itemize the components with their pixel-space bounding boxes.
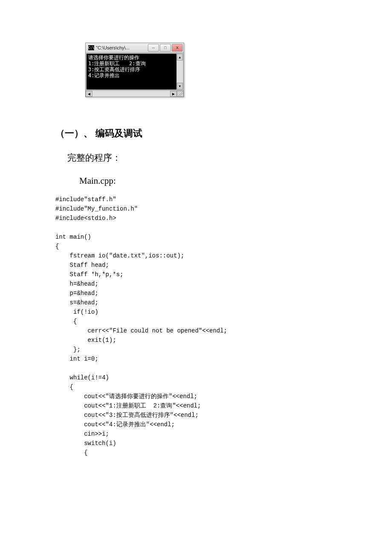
- maximize-button[interactable]: □: [160, 44, 171, 52]
- console-window: C:\ "C:\Users\chy\... ─ □ X 请选择你要进行的操作 1…: [85, 43, 184, 97]
- cmd-icon: C:\: [88, 45, 94, 50]
- document-page: C:\ "C:\Users\chy\... ─ □ X 请选择你要进行的操作 1…: [0, 0, 392, 483]
- close-button[interactable]: X: [172, 44, 183, 52]
- console-output: 请选择你要进行的操作 1:注册新职工 2:查询 3:按工资高低进行排序 4:记录…: [86, 54, 176, 90]
- vertical-scrollbar[interactable]: ▲ ▼: [176, 54, 183, 90]
- code-block: #include"staff.h" #include"My_function.h…: [55, 195, 337, 457]
- minimize-button[interactable]: ─: [148, 44, 159, 52]
- filename-label: Main.cpp:: [79, 176, 337, 186]
- horizontal-scrollbar[interactable]: ◀ ▶: [86, 91, 177, 97]
- scroll-up-button[interactable]: ▲: [177, 54, 183, 61]
- scroll-left-button[interactable]: ◀: [86, 91, 92, 97]
- scroll-down-button[interactable]: ▼: [177, 83, 183, 90]
- console-body: 请选择你要进行的操作 1:注册新职工 2:查询 3:按工资高低进行排序 4:记录…: [86, 53, 184, 90]
- titlebar-left: C:\ "C:\Users\chy\...: [86, 45, 130, 50]
- window-titlebar: C:\ "C:\Users\chy\... ─ □ X: [86, 43, 184, 53]
- scroll-right-button[interactable]: ▶: [170, 91, 177, 97]
- window-controls: ─ □ X: [148, 44, 183, 52]
- window-title: "C:\Users\chy\...: [96, 45, 130, 50]
- console-line: 4:记录并推出: [88, 72, 120, 78]
- section-heading: （一）、 编码及调试: [55, 127, 337, 140]
- console-line: 3:按工资高低进行排序: [88, 66, 140, 72]
- resize-grip[interactable]: [177, 91, 184, 97]
- section-subtitle: 完整的程序：: [67, 152, 337, 164]
- console-line: 1:注册新职工 2:查询: [88, 61, 146, 66]
- console-line: 请选择你要进行的操作: [88, 55, 139, 61]
- horizontal-scroll-row: ◀ ▶: [86, 90, 184, 97]
